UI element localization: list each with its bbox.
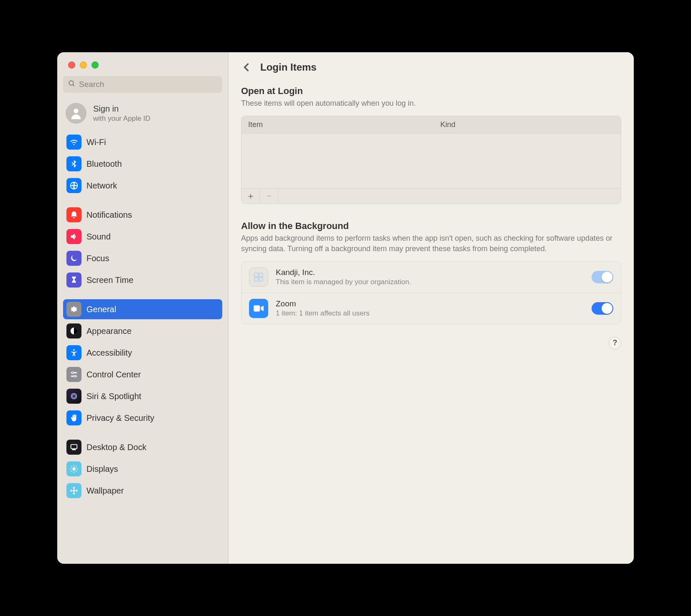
sidebar-item-focus[interactable]: Focus bbox=[63, 248, 222, 268]
hand-icon bbox=[66, 410, 81, 425]
flower-icon bbox=[66, 483, 81, 498]
search-icon bbox=[68, 80, 76, 89]
avatar bbox=[66, 103, 86, 124]
close-window-button[interactable] bbox=[68, 61, 75, 69]
hourglass-icon bbox=[66, 272, 81, 288]
sidebar-item-label: Control Center bbox=[86, 370, 141, 379]
sidebar-item-displays[interactable]: Displays bbox=[63, 459, 222, 479]
system-settings-window: Sign in with your Apple ID Wi-Fi Bluetoo… bbox=[57, 52, 634, 564]
minus-icon: − bbox=[266, 191, 272, 201]
gear-icon bbox=[66, 302, 81, 317]
help-button[interactable]: ? bbox=[609, 337, 621, 349]
sidebar-item-general[interactable]: General bbox=[63, 299, 222, 319]
svg-rect-32 bbox=[254, 305, 260, 311]
contrast-icon bbox=[66, 323, 81, 339]
svg-point-2 bbox=[74, 109, 78, 113]
svg-point-26 bbox=[70, 490, 72, 492]
svg-point-9 bbox=[74, 375, 76, 377]
svg-line-21 bbox=[71, 471, 72, 472]
sidebar-item-screen-time[interactable]: Screen Time bbox=[63, 270, 222, 290]
background-item-kandji: Kandji, Inc. This item is managed by you… bbox=[241, 262, 621, 293]
help-icon: ? bbox=[613, 339, 617, 347]
svg-line-19 bbox=[71, 466, 72, 467]
sidebar-item-network[interactable]: Network bbox=[63, 176, 222, 196]
moon-icon bbox=[66, 251, 81, 266]
background-item-name: Zoom bbox=[276, 299, 584, 308]
open-at-login-desc: These items will open automatically when… bbox=[241, 98, 621, 108]
wifi-icon bbox=[66, 135, 81, 150]
svg-rect-28 bbox=[254, 273, 258, 277]
sidebar: Sign in with your Apple ID Wi-Fi Bluetoo… bbox=[57, 52, 229, 564]
sidebar-item-label: Siri & Spotlight bbox=[86, 392, 141, 401]
sidebar-item-privacy-security[interactable]: Privacy & Security bbox=[63, 408, 222, 428]
bluetooth-icon bbox=[66, 156, 81, 171]
svg-rect-29 bbox=[259, 273, 263, 277]
svg-line-22 bbox=[76, 466, 77, 467]
sidebar-item-label: Sound bbox=[86, 232, 111, 242]
add-login-item-button[interactable]: ＋ bbox=[241, 188, 260, 204]
main-content: Login Items Open at Login These items wi… bbox=[229, 52, 634, 564]
svg-point-27 bbox=[76, 490, 78, 492]
page-title: Login Items bbox=[260, 61, 317, 73]
sidebar-item-control-center[interactable]: Control Center bbox=[63, 364, 222, 384]
open-at-login-title: Open at Login bbox=[241, 86, 621, 97]
plus-icon: ＋ bbox=[246, 190, 255, 202]
svg-point-25 bbox=[73, 492, 75, 494]
search-field[interactable] bbox=[63, 76, 222, 93]
zoom-toggle[interactable] bbox=[592, 302, 613, 315]
svg-point-14 bbox=[72, 467, 75, 470]
sidebar-item-wallpaper[interactable]: Wallpaper bbox=[63, 481, 222, 501]
login-items-table: Item Kind ＋ − bbox=[241, 116, 621, 204]
sidebar-item-label: Screen Time bbox=[86, 275, 133, 285]
svg-rect-12 bbox=[71, 445, 77, 449]
sign-in-subtitle: with your Apple ID bbox=[93, 115, 150, 123]
sidebar-item-label: General bbox=[86, 305, 116, 314]
svg-point-5 bbox=[73, 349, 75, 351]
kandji-app-icon bbox=[249, 267, 268, 287]
sidebar-item-notifications[interactable]: Notifications bbox=[63, 205, 222, 225]
svg-point-8 bbox=[72, 372, 74, 374]
sidebar-item-label: Desktop & Dock bbox=[86, 443, 146, 452]
sidebar-item-desktop-dock[interactable]: Desktop & Dock bbox=[63, 437, 222, 457]
sidebar-item-label: Notifications bbox=[86, 210, 132, 220]
sidebar-item-label: Wi-Fi bbox=[86, 137, 106, 147]
back-button[interactable] bbox=[241, 62, 252, 73]
sign-in-row[interactable]: Sign in with your Apple ID bbox=[57, 96, 228, 132]
svg-point-11 bbox=[72, 395, 75, 397]
sign-in-text: Sign in with your Apple ID bbox=[93, 104, 150, 123]
background-items-list: Kandji, Inc. This item is managed by you… bbox=[241, 261, 621, 324]
remove-login-item-button: − bbox=[260, 188, 278, 204]
sidebar-item-appearance[interactable]: Appearance bbox=[63, 321, 222, 341]
sidebar-item-siri-spotlight[interactable]: Siri & Spotlight bbox=[63, 386, 222, 406]
background-item-subtitle: This item is managed by your organizatio… bbox=[276, 278, 584, 286]
sidebar-item-sound[interactable]: Sound bbox=[63, 227, 222, 247]
column-header-item[interactable]: Item bbox=[241, 116, 434, 133]
background-title: Allow in the Background bbox=[241, 221, 621, 232]
open-at-login-section: Open at Login These items will open auto… bbox=[241, 86, 621, 204]
svg-line-1 bbox=[73, 84, 74, 86]
search-input[interactable] bbox=[79, 80, 217, 89]
sidebar-nav: Wi-Fi Bluetooth Network Notifications bbox=[57, 132, 228, 564]
dock-icon bbox=[66, 440, 81, 455]
svg-line-20 bbox=[76, 471, 77, 472]
background-item-zoom: Zoom 1 item: 1 item affects all users bbox=[241, 293, 621, 324]
sidebar-item-wifi[interactable]: Wi-Fi bbox=[63, 132, 222, 152]
sidebar-item-label: Accessibility bbox=[86, 348, 132, 358]
sign-in-title: Sign in bbox=[93, 104, 150, 114]
fullscreen-window-button[interactable] bbox=[91, 61, 99, 69]
globe-icon bbox=[66, 178, 81, 193]
accessibility-icon bbox=[66, 345, 81, 360]
background-item-name: Kandji, Inc. bbox=[276, 268, 584, 277]
column-header-kind[interactable]: Kind bbox=[434, 116, 621, 133]
window-controls bbox=[57, 52, 228, 69]
background-item-subtitle: 1 item: 1 item affects all users bbox=[276, 309, 584, 318]
speaker-icon bbox=[66, 229, 81, 244]
sidebar-item-accessibility[interactable]: Accessibility bbox=[63, 343, 222, 363]
svg-point-0 bbox=[69, 81, 74, 85]
sidebar-item-bluetooth[interactable]: Bluetooth bbox=[63, 154, 222, 174]
sidebar-item-label: Bluetooth bbox=[86, 159, 122, 169]
background-section: Allow in the Background Apps add backgro… bbox=[241, 221, 621, 349]
svg-rect-30 bbox=[254, 277, 258, 281]
minimize-window-button[interactable] bbox=[80, 61, 87, 69]
bell-icon bbox=[66, 207, 81, 222]
